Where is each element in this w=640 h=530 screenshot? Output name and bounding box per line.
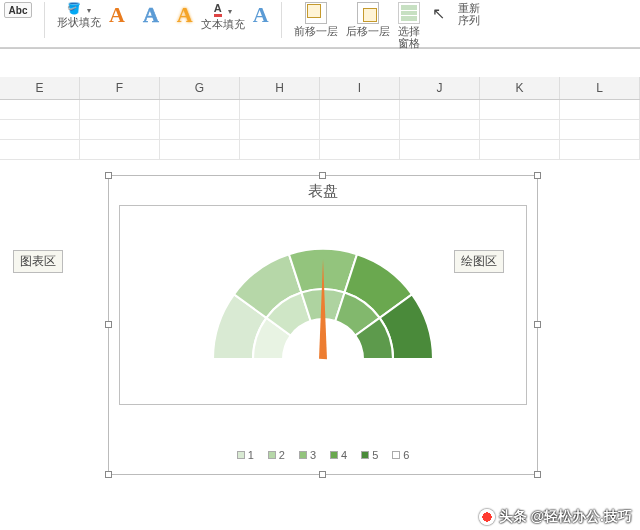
wordart-style-a2-icon[interactable]: A: [143, 2, 159, 28]
cell[interactable]: [560, 140, 640, 160]
plot-area-tooltip: 绘图区: [454, 250, 504, 273]
text-outline-icon: A: [253, 2, 269, 28]
chart-object[interactable]: 图表区 表盘 绘图区: [108, 175, 538, 475]
column-header[interactable]: J: [400, 77, 480, 99]
send-backward-icon: [357, 2, 379, 24]
cell[interactable]: [560, 100, 640, 120]
watermark-logo-icon: [479, 509, 495, 525]
cell[interactable]: [0, 100, 80, 120]
cell[interactable]: [560, 120, 640, 140]
resize-handle[interactable]: [534, 321, 541, 328]
legend-item: 5: [361, 449, 378, 461]
wordart-style-a1-icon[interactable]: A: [109, 2, 125, 28]
column-header[interactable]: F: [80, 77, 160, 99]
column-headers: EFGHIJKL: [0, 77, 640, 100]
cursor-icon: ↖: [428, 2, 450, 24]
reset-label: 重新 序列: [458, 2, 480, 26]
cell[interactable]: [400, 120, 480, 140]
text-fill-icon: A: [214, 2, 222, 17]
outline-icon-group[interactable]: A: [253, 2, 269, 28]
selection-pane-button[interactable]: 选择 窗格: [398, 2, 420, 49]
shape-fill-group[interactable]: 🪣 形状填充: [57, 2, 101, 28]
watermark: 头条 @轻松办公.技巧: [479, 508, 632, 526]
cell[interactable]: [160, 120, 240, 140]
cell[interactable]: [320, 120, 400, 140]
cursor-select-button[interactable]: ↖: [428, 2, 450, 24]
legend-item: 2: [268, 449, 285, 461]
column-header[interactable]: K: [480, 77, 560, 99]
dropdown-icon: [85, 3, 91, 15]
legend-swatch-icon: [330, 451, 338, 459]
cell[interactable]: [80, 120, 160, 140]
cell[interactable]: [80, 100, 160, 120]
legend-swatch-icon: [299, 451, 307, 459]
bring-forward-button[interactable]: 前移一层: [294, 2, 338, 37]
cell[interactable]: [80, 140, 160, 160]
cell[interactable]: [480, 120, 560, 140]
selection-pane-label: 选择 窗格: [398, 25, 420, 49]
reset-button[interactable]: 重新 序列: [458, 2, 480, 26]
grid-cells[interactable]: [0, 100, 640, 160]
wordart-style-a3-icon[interactable]: A: [177, 2, 193, 28]
column-header[interactable]: E: [0, 77, 80, 99]
resize-handle[interactable]: [534, 172, 541, 179]
legend-item: 3: [299, 449, 316, 461]
legend-item: 4: [330, 449, 347, 461]
bring-forward-icon: [305, 2, 327, 24]
column-header[interactable]: G: [160, 77, 240, 99]
bring-forward-label: 前移一层: [294, 25, 338, 37]
gauge-chart: [193, 224, 453, 378]
cell[interactable]: [240, 100, 320, 120]
column-header[interactable]: H: [240, 77, 320, 99]
shape-fill-label: 形状填充: [57, 16, 101, 28]
separator: [44, 2, 45, 38]
resize-handle[interactable]: [105, 172, 112, 179]
resize-handle[interactable]: [319, 471, 326, 478]
cell[interactable]: [240, 120, 320, 140]
resize-handle[interactable]: [105, 471, 112, 478]
resize-handle[interactable]: [319, 172, 326, 179]
cell[interactable]: [0, 140, 80, 160]
cell[interactable]: [320, 100, 400, 120]
shape-style-group: Abc: [4, 2, 32, 18]
selection-pane-icon: [398, 2, 420, 24]
send-backward-label: 后移一层: [346, 25, 390, 37]
ribbon: Abc 🪣 形状填充 A A A A 文本填充 A 前移一层 后移一层 选择: [0, 0, 640, 48]
abc-style-icon[interactable]: Abc: [4, 2, 32, 18]
chart-area-tooltip: 图表区: [13, 250, 63, 273]
text-effects-group: A A A: [109, 2, 193, 28]
legend-swatch-icon: [392, 451, 400, 459]
send-backward-button[interactable]: 后移一层: [346, 2, 390, 37]
legend-swatch-icon: [237, 451, 245, 459]
cell[interactable]: [240, 140, 320, 160]
text-fill-label: 文本填充: [201, 18, 245, 30]
resize-handle[interactable]: [105, 321, 112, 328]
chart-title[interactable]: 表盘: [109, 182, 537, 201]
cell[interactable]: [0, 120, 80, 140]
cell[interactable]: [160, 140, 240, 160]
legend-item: 1: [237, 449, 254, 461]
chart-legend[interactable]: 123456: [109, 449, 537, 461]
watermark-text: 头条 @轻松办公.技巧: [499, 508, 632, 526]
resize-handle[interactable]: [534, 471, 541, 478]
cell[interactable]: [160, 100, 240, 120]
plot-area[interactable]: 绘图区: [119, 205, 527, 405]
cell[interactable]: [400, 100, 480, 120]
column-header[interactable]: L: [560, 77, 640, 99]
legend-swatch-icon: [361, 451, 369, 459]
bucket-icon: 🪣: [67, 2, 81, 15]
text-fill-group[interactable]: A 文本填充: [201, 2, 245, 30]
legend-swatch-icon: [268, 451, 276, 459]
cell[interactable]: [400, 140, 480, 160]
column-header[interactable]: I: [320, 77, 400, 99]
legend-item: 6: [392, 449, 409, 461]
separator: [281, 2, 282, 38]
cell[interactable]: [480, 140, 560, 160]
cell[interactable]: [480, 100, 560, 120]
spreadsheet: EFGHIJKL: [0, 48, 640, 160]
dropdown-icon: [226, 4, 232, 16]
cell[interactable]: [320, 140, 400, 160]
